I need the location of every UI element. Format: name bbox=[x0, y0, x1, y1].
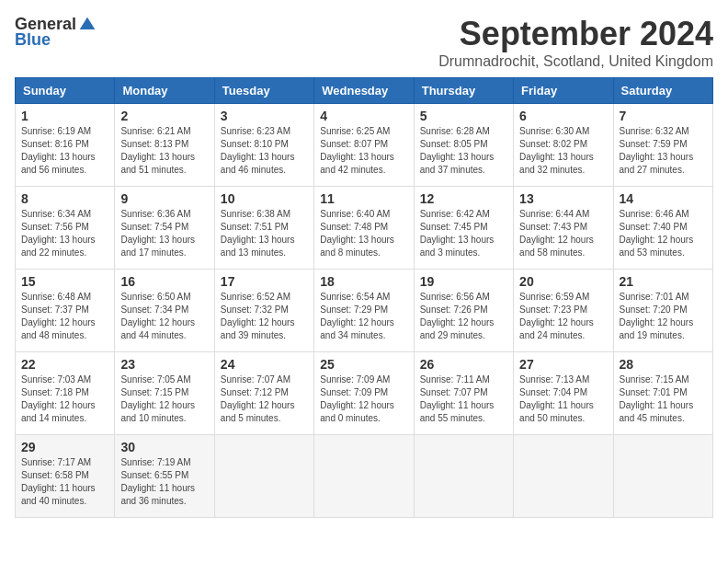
day-info: Sunrise: 7:01 AM Sunset: 7:20 PM Dayligh… bbox=[620, 291, 707, 342]
day-info: Sunrise: 6:46 AM Sunset: 7:40 PM Dayligh… bbox=[620, 208, 707, 259]
calendar-cell: 19 Sunrise: 6:56 AM Sunset: 7:26 PM Dayl… bbox=[414, 270, 513, 352]
day-number: 2 bbox=[120, 109, 208, 123]
day-info: Sunrise: 6:59 AM Sunset: 7:23 PM Dayligh… bbox=[519, 291, 607, 342]
calendar-cell: 23 Sunrise: 7:05 AM Sunset: 7:15 PM Dayl… bbox=[115, 352, 214, 435]
location-title: Drumnadrochit, Scotland, United Kingdom bbox=[438, 53, 713, 70]
day-info: Sunrise: 6:50 AM Sunset: 7:34 PM Dayligh… bbox=[120, 291, 208, 342]
day-number: 17 bbox=[221, 274, 308, 289]
logo-blue: Blue bbox=[15, 30, 51, 50]
calendar-cell: 24 Sunrise: 7:07 AM Sunset: 7:12 PM Dayl… bbox=[214, 352, 313, 435]
day-info: Sunrise: 6:21 AM Sunset: 8:13 PM Dayligh… bbox=[120, 125, 208, 177]
day-info: Sunrise: 6:23 AM Sunset: 8:10 PM Dayligh… bbox=[221, 125, 308, 177]
week-row-4: 22 Sunrise: 7:03 AM Sunset: 7:18 PM Dayl… bbox=[16, 352, 713, 435]
day-info: Sunrise: 6:32 AM Sunset: 7:59 PM Dayligh… bbox=[620, 125, 707, 177]
header-wednesday: Wednesday bbox=[314, 78, 414, 104]
calendar-cell: 18 Sunrise: 6:54 AM Sunset: 7:29 PM Dayl… bbox=[314, 270, 414, 352]
day-number: 18 bbox=[320, 274, 407, 289]
day-number: 26 bbox=[420, 357, 507, 372]
day-info: Sunrise: 6:25 AM Sunset: 8:07 PM Dayligh… bbox=[320, 125, 407, 177]
day-info: Sunrise: 6:52 AM Sunset: 7:32 PM Dayligh… bbox=[221, 291, 308, 342]
day-number: 16 bbox=[120, 274, 208, 289]
day-info: Sunrise: 7:19 AM Sunset: 6:55 PM Dayligh… bbox=[120, 456, 208, 508]
day-info: Sunrise: 7:03 AM Sunset: 7:18 PM Dayligh… bbox=[21, 373, 108, 425]
calendar-cell: 14 Sunrise: 6:46 AM Sunset: 7:40 PM Dayl… bbox=[613, 187, 712, 270]
week-row-5: 29 Sunrise: 7:17 AM Sunset: 6:58 PM Dayl… bbox=[16, 435, 713, 518]
day-number: 23 bbox=[120, 357, 208, 372]
calendar-cell: 26 Sunrise: 7:11 AM Sunset: 7:07 PM Dayl… bbox=[414, 352, 513, 435]
day-info: Sunrise: 7:07 AM Sunset: 7:12 PM Dayligh… bbox=[221, 373, 308, 425]
calendar-cell: 15 Sunrise: 6:48 AM Sunset: 7:37 PM Dayl… bbox=[16, 270, 115, 352]
day-info: Sunrise: 6:48 AM Sunset: 7:37 PM Dayligh… bbox=[21, 291, 108, 342]
day-number: 10 bbox=[221, 191, 308, 206]
day-info: Sunrise: 7:05 AM Sunset: 7:15 PM Dayligh… bbox=[120, 373, 208, 425]
calendar-cell: 20 Sunrise: 6:59 AM Sunset: 7:23 PM Dayl… bbox=[514, 270, 613, 352]
day-number: 12 bbox=[420, 191, 507, 206]
day-number: 4 bbox=[320, 109, 407, 123]
calendar-cell: 6 Sunrise: 6:30 AM Sunset: 8:02 PM Dayli… bbox=[514, 104, 613, 187]
calendar-cell: 7 Sunrise: 6:32 AM Sunset: 7:59 PM Dayli… bbox=[613, 104, 712, 187]
header-friday: Friday bbox=[514, 78, 613, 104]
calendar-cell: 28 Sunrise: 7:15 AM Sunset: 7:01 PM Dayl… bbox=[613, 352, 712, 435]
header-monday: Monday bbox=[115, 78, 214, 104]
day-number: 3 bbox=[221, 109, 308, 123]
title-section: September 2024 Drumnadrochit, Scotland, … bbox=[438, 15, 713, 70]
calendar-cell: 21 Sunrise: 7:01 AM Sunset: 7:20 PM Dayl… bbox=[613, 270, 712, 352]
calendar-cell: 16 Sunrise: 6:50 AM Sunset: 7:34 PM Dayl… bbox=[115, 270, 214, 352]
calendar-cell bbox=[414, 435, 513, 518]
calendar-cell: 1 Sunrise: 6:19 AM Sunset: 8:16 PM Dayli… bbox=[16, 104, 115, 187]
calendar-cell: 9 Sunrise: 6:36 AM Sunset: 7:54 PM Dayli… bbox=[115, 187, 214, 270]
day-number: 27 bbox=[519, 357, 607, 372]
calendar-table: Sunday Monday Tuesday Wednesday Thursday… bbox=[15, 77, 713, 518]
day-number: 8 bbox=[21, 191, 108, 206]
calendar-cell bbox=[214, 435, 313, 518]
day-number: 28 bbox=[620, 357, 707, 372]
calendar-cell: 5 Sunrise: 6:28 AM Sunset: 8:05 PM Dayli… bbox=[414, 104, 513, 187]
day-info: Sunrise: 6:54 AM Sunset: 7:29 PM Dayligh… bbox=[320, 291, 407, 342]
calendar-cell bbox=[613, 435, 712, 518]
day-number: 13 bbox=[519, 191, 607, 206]
calendar-cell: 4 Sunrise: 6:25 AM Sunset: 8:07 PM Dayli… bbox=[314, 104, 414, 187]
day-number: 21 bbox=[620, 274, 707, 289]
header-sunday: Sunday bbox=[16, 78, 115, 104]
day-number: 5 bbox=[420, 109, 507, 123]
svg-marker-0 bbox=[80, 17, 96, 29]
day-number: 25 bbox=[320, 357, 407, 372]
day-info: Sunrise: 6:38 AM Sunset: 7:51 PM Dayligh… bbox=[221, 208, 308, 259]
day-info: Sunrise: 6:44 AM Sunset: 7:43 PM Dayligh… bbox=[519, 208, 607, 259]
calendar-cell: 8 Sunrise: 6:34 AM Sunset: 7:56 PM Dayli… bbox=[16, 187, 115, 270]
day-info: Sunrise: 6:42 AM Sunset: 7:45 PM Dayligh… bbox=[420, 208, 507, 259]
calendar-cell: 3 Sunrise: 6:23 AM Sunset: 8:10 PM Dayli… bbox=[214, 104, 313, 187]
day-info: Sunrise: 6:30 AM Sunset: 8:02 PM Dayligh… bbox=[519, 125, 607, 177]
week-row-2: 8 Sunrise: 6:34 AM Sunset: 7:56 PM Dayli… bbox=[16, 187, 713, 270]
calendar-header-row: Sunday Monday Tuesday Wednesday Thursday… bbox=[16, 78, 713, 104]
calendar-cell: 22 Sunrise: 7:03 AM Sunset: 7:18 PM Dayl… bbox=[16, 352, 115, 435]
calendar-cell: 12 Sunrise: 6:42 AM Sunset: 7:45 PM Dayl… bbox=[414, 187, 513, 270]
week-row-1: 1 Sunrise: 6:19 AM Sunset: 8:16 PM Dayli… bbox=[16, 104, 713, 187]
day-info: Sunrise: 6:34 AM Sunset: 7:56 PM Dayligh… bbox=[21, 208, 108, 259]
day-info: Sunrise: 6:40 AM Sunset: 7:48 PM Dayligh… bbox=[320, 208, 407, 259]
calendar-cell: 2 Sunrise: 6:21 AM Sunset: 8:13 PM Dayli… bbox=[115, 104, 214, 187]
calendar-cell bbox=[314, 435, 414, 518]
day-info: Sunrise: 6:56 AM Sunset: 7:26 PM Dayligh… bbox=[420, 291, 507, 342]
header-tuesday: Tuesday bbox=[214, 78, 313, 104]
page-header: General Blue September 2024 Drumnadrochi… bbox=[15, 15, 713, 70]
day-number: 1 bbox=[21, 109, 108, 123]
calendar-cell: 10 Sunrise: 6:38 AM Sunset: 7:51 PM Dayl… bbox=[214, 187, 313, 270]
calendar-cell: 13 Sunrise: 6:44 AM Sunset: 7:43 PM Dayl… bbox=[514, 187, 613, 270]
header-thursday: Thursday bbox=[414, 78, 513, 104]
day-info: Sunrise: 6:19 AM Sunset: 8:16 PM Dayligh… bbox=[21, 125, 108, 177]
calendar-cell: 25 Sunrise: 7:09 AM Sunset: 7:09 PM Dayl… bbox=[314, 352, 414, 435]
calendar-cell: 29 Sunrise: 7:17 AM Sunset: 6:58 PM Dayl… bbox=[16, 435, 115, 518]
header-saturday: Saturday bbox=[613, 78, 712, 104]
day-number: 20 bbox=[519, 274, 607, 289]
day-info: Sunrise: 7:11 AM Sunset: 7:07 PM Dayligh… bbox=[420, 373, 507, 425]
day-info: Sunrise: 6:28 AM Sunset: 8:05 PM Dayligh… bbox=[420, 125, 507, 177]
day-number: 30 bbox=[120, 440, 208, 454]
calendar-cell: 30 Sunrise: 7:19 AM Sunset: 6:55 PM Dayl… bbox=[115, 435, 214, 518]
day-number: 29 bbox=[21, 440, 108, 454]
day-info: Sunrise: 7:15 AM Sunset: 7:01 PM Dayligh… bbox=[620, 373, 707, 425]
logo: General Blue bbox=[15, 15, 97, 50]
day-number: 24 bbox=[221, 357, 308, 372]
day-info: Sunrise: 7:17 AM Sunset: 6:58 PM Dayligh… bbox=[21, 456, 108, 508]
day-info: Sunrise: 7:13 AM Sunset: 7:04 PM Dayligh… bbox=[519, 373, 607, 425]
